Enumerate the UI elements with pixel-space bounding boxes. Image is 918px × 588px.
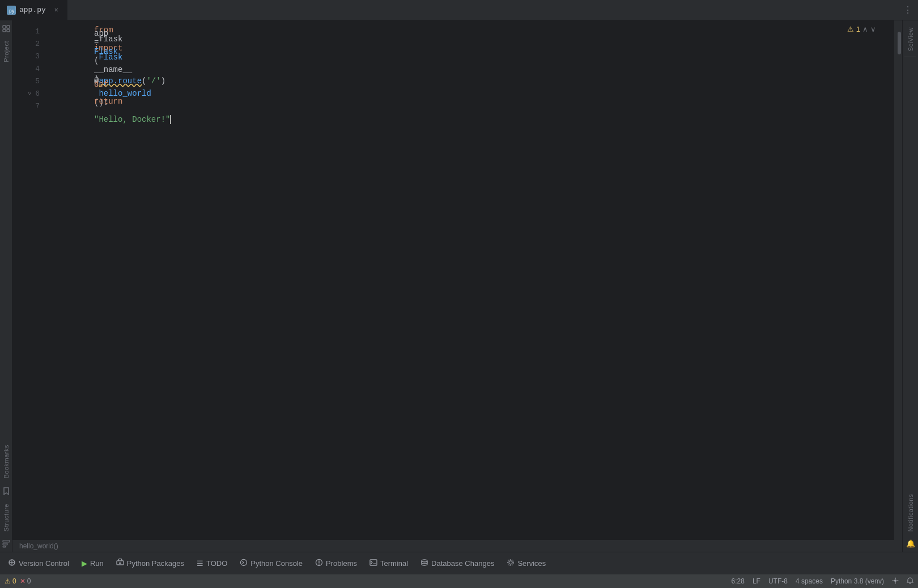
warning-count: 1 [856, 25, 860, 33]
services-label: Services [517, 559, 546, 568]
svg-point-17 [318, 564, 320, 565]
svg-text:py: py [9, 8, 15, 14]
structure-label[interactable]: Structure [1, 499, 11, 536]
text-cursor [170, 115, 171, 124]
punc-eq: = [94, 38, 104, 47]
toolbar-run[interactable]: ▶ Run [76, 555, 109, 572]
python-packages-icon [116, 559, 124, 568]
scrollbar-thumb[interactable] [898, 32, 901, 54]
status-language[interactable]: Python 3.8 (venv) [831, 577, 884, 585]
terminal-icon [369, 559, 377, 568]
notifications-label[interactable]: Notifications [907, 489, 914, 536]
fold-icon-6[interactable]: ▽ [26, 90, 33, 97]
status-notification-icon[interactable] [907, 577, 913, 586]
toolbar-todo[interactable]: ☰ TODO [191, 555, 233, 572]
problems-label: Problems [326, 559, 357, 568]
status-bar: ⚠ 0 ✕ 0 6:28 LF UTF-8 4 spaces Python 3.… [0, 574, 918, 588]
status-error-icon: ✕ [20, 577, 26, 585]
toolbar-terminal[interactable]: Terminal [364, 555, 414, 572]
structure-icon[interactable] [2, 539, 11, 548]
svg-rect-18 [370, 560, 377, 565]
left-panel: Project Bookmarks Structure [0, 20, 12, 552]
run-icon: ▶ [82, 559, 87, 568]
function-bar: hello_world() [12, 539, 902, 552]
right-divider [904, 57, 917, 57]
code-editor[interactable]: 1 2 from flask import Flask 3 [12, 20, 902, 539]
toolbar-database-changes[interactable]: Database Changes [415, 555, 500, 572]
notification-bell-icon[interactable]: 🔔 [906, 536, 915, 552]
var-app: app [94, 29, 113, 38]
services-icon [507, 559, 515, 568]
toolbar-version-control[interactable]: Version Control [2, 555, 75, 572]
keyword-return: return [94, 97, 122, 106]
function-name: hello_world() [19, 542, 58, 550]
status-git-icon[interactable] [892, 577, 899, 586]
svg-rect-7 [3, 543, 7, 545]
line-number-2: 2 [12, 40, 46, 48]
toolbar-services[interactable]: Services [501, 555, 551, 572]
tab-app-py[interactable]: py app.py ✕ [0, 0, 68, 20]
return-string: "Hello, Docker!" [94, 115, 170, 124]
bottom-toolbar: Version Control ▶ Run Python Packages ☰ … [0, 552, 918, 574]
class-flask-call: Flask [94, 47, 118, 56]
editor-area: 1 2 from flask import Flask 3 [12, 20, 902, 552]
run-label: Run [90, 559, 104, 568]
warning-indicator[interactable]: ⚠ 1 ∧ ∨ [847, 25, 876, 33]
warning-chevron-down[interactable]: ∨ [870, 25, 876, 33]
svg-rect-3 [7, 25, 10, 28]
svg-rect-6 [3, 540, 10, 542]
bookmarks-icon[interactable] [2, 487, 11, 496]
version-control-label: Version Control [19, 559, 69, 568]
python-packages-label: Python Packages [127, 559, 184, 568]
database-changes-label: Database Changes [431, 559, 494, 568]
indent-spaces [94, 88, 113, 97]
status-left: ⚠ 0 ✕ 0 [5, 577, 31, 585]
svg-rect-4 [3, 29, 6, 32]
main-area: Project Bookmarks Structure 1 [0, 20, 918, 552]
svg-rect-13 [119, 563, 121, 564]
tab-file-icon: py [7, 6, 16, 15]
status-position[interactable]: 6:28 [732, 577, 745, 585]
bookmarks-label[interactable]: Bookmarks [1, 440, 11, 483]
svg-point-23 [894, 580, 896, 582]
scrollbar-gutter[interactable] [894, 20, 902, 552]
svg-rect-5 [7, 29, 10, 32]
project-icon[interactable] [2, 24, 11, 33]
warning-chevron-up[interactable]: ∧ [862, 25, 868, 33]
todo-icon: ☰ [197, 559, 203, 568]
code-line-7: ▽ 7 return "Hello, Docker!" [12, 100, 902, 112]
version-control-icon [8, 559, 16, 568]
terminal-label: Terminal [380, 559, 408, 568]
code-line-3: 3 app = Flask ( __name__ ) [12, 50, 902, 62]
status-indent[interactable]: 4 spaces [796, 577, 823, 585]
todo-label: TODO [206, 559, 227, 568]
right-sidebar: SciView Notifications 🔔 [902, 20, 918, 552]
status-error-count: 0 [27, 577, 31, 585]
toolbar-problems[interactable]: Problems [309, 555, 363, 572]
status-errors[interactable]: ✕ 0 [20, 577, 31, 585]
python-console-label: Python Console [250, 559, 303, 568]
line-code-7: return "Hello, Docker!" [46, 79, 891, 133]
status-encoding[interactable]: UTF-8 [768, 577, 788, 585]
project-label[interactable]: Project [1, 36, 11, 67]
status-right: 6:28 LF UTF-8 4 spaces Python 3.8 (venv) [732, 577, 913, 586]
status-line-ending[interactable]: LF [753, 577, 760, 585]
sciview-label[interactable]: SciView [907, 23, 914, 56]
tab-bar: py app.py ✕ ⋮ [0, 0, 918, 20]
status-warning-count: 0 [12, 577, 16, 585]
line-number-5: 5 [12, 77, 46, 86]
toolbar-python-console[interactable]: Python Console [234, 555, 308, 572]
tab-close-button[interactable]: ✕ [52, 5, 61, 15]
svg-rect-8 [3, 546, 6, 547]
line-number-6: ▽ 6 [12, 90, 46, 98]
svg-point-22 [508, 560, 514, 566]
database-changes-icon [420, 559, 428, 568]
tab-more-button[interactable]: ⋮ [898, 5, 918, 16]
line-number-3: 3 [12, 52, 46, 61]
fold-icon-7: ▽ [26, 103, 33, 109]
space [94, 106, 99, 115]
line-number-1: 1 [12, 27, 46, 36]
status-warning[interactable]: ⚠ 0 [5, 577, 16, 585]
toolbar-python-packages[interactable]: Python Packages [110, 555, 190, 572]
python-console-icon [240, 559, 248, 568]
